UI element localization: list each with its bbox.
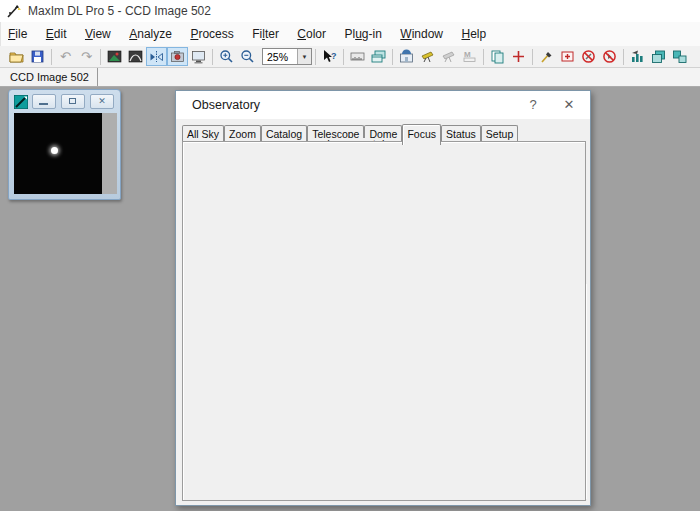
dialog-close-button[interactable]: ✕ [554, 91, 584, 119]
menu-analyze[interactable]: Analyze [122, 22, 179, 46]
zoom-in-icon [219, 49, 234, 64]
dialog-titlebar[interactable]: Observatory ? ✕ [176, 91, 590, 119]
flip-toggle-button[interactable] [146, 47, 167, 66]
duplicate-button[interactable] [487, 47, 508, 66]
tile-icon [672, 49, 687, 64]
camera-control-toggle-button[interactable] [167, 47, 188, 66]
telescope-gray-icon [441, 49, 456, 64]
guider-button[interactable] [438, 47, 459, 66]
tab-zoom[interactable]: Zoom [224, 125, 261, 142]
save-icon [30, 49, 45, 64]
copy-pages-icon [490, 49, 505, 64]
no-pen-icon [581, 49, 596, 64]
save-button[interactable] [27, 47, 48, 66]
stacked-windows-icon [371, 49, 386, 64]
star-image [51, 147, 58, 154]
monitor-icon [191, 49, 206, 64]
document-tab-bar: CCD Image 502 [0, 68, 700, 87]
minimize-button[interactable] [32, 94, 56, 109]
zoom-in-button[interactable] [216, 47, 237, 66]
pixel-edit-button[interactable] [536, 47, 557, 66]
close-icon: ✕ [91, 95, 113, 108]
no-pointer-button[interactable] [599, 47, 620, 66]
measure-gray-icon: M [462, 49, 477, 64]
defect-box-icon [560, 49, 575, 64]
menu-edit[interactable]: Edit [39, 22, 74, 46]
night-vision-button[interactable] [188, 47, 209, 66]
app-icon [6, 3, 22, 19]
ruler-window-icon [350, 49, 365, 64]
screen: { "icons": { "check": "✓", "up": "▲", "d… [0, 0, 700, 511]
flip-icon [149, 49, 164, 64]
menu-window[interactable]: Window [393, 22, 450, 46]
restore-button[interactable] [61, 94, 85, 109]
menu-process[interactable]: Process [183, 22, 240, 46]
tab-status[interactable]: Status [441, 125, 481, 142]
window-title: MaxIm DL Pro 5 - CCD Image 502 [28, 0, 211, 22]
ccd-image-canvas[interactable] [14, 113, 102, 194]
image-window-icon [14, 95, 28, 109]
image-window-padding [102, 113, 117, 194]
menu-view[interactable]: View [78, 22, 118, 46]
tab-all-sky[interactable]: All Sky [182, 125, 224, 142]
camera-icon [170, 49, 185, 64]
tab-setup[interactable]: Setup [481, 125, 518, 142]
undo-button[interactable]: ↶ [55, 47, 76, 66]
zoom-level-select[interactable]: 25% ▼ [262, 48, 312, 65]
observatory-icon [399, 49, 414, 64]
crosshair-button[interactable] [508, 47, 529, 66]
menu-help[interactable]: Help [454, 22, 493, 46]
app-titlebar[interactable]: MaxIm DL Pro 5 - CCD Image 502 [0, 0, 700, 22]
observatory-control-button[interactable] [396, 47, 417, 66]
histogram-icon [128, 49, 143, 64]
no-arrow-icon [602, 49, 617, 64]
tab-focus[interactable]: Focus [402, 124, 441, 145]
svg-text:?: ? [331, 51, 337, 61]
redo-button[interactable]: ↷ [76, 47, 97, 66]
crosshair-icon [511, 49, 526, 64]
combo-arrow-icon[interactable]: ▼ [297, 49, 311, 64]
screen-stretch-button[interactable] [104, 47, 125, 66]
telescope-icon [420, 49, 435, 64]
redo-icon: ↷ [81, 49, 92, 64]
menu-file[interactable]: File [1, 22, 34, 46]
observatory-dialog: Observatory ? ✕ All SkyZoomCatalogTelesc… [175, 90, 591, 506]
screen-stretch-icon [107, 49, 122, 64]
measure-button[interactable]: M [459, 47, 480, 66]
bar-chart-icon [630, 49, 645, 64]
defect-map-button[interactable] [557, 47, 578, 66]
dialog-help-button[interactable]: ? [518, 91, 548, 119]
image-window[interactable]: ✕ [8, 89, 121, 200]
cascade-icon [651, 49, 666, 64]
menu-bar: File Edit View Analyze Process Filter Co… [0, 22, 700, 46]
doc-tab-ccd-image[interactable]: CCD Image 502 [2, 68, 98, 86]
screen-stretch-window-button[interactable] [368, 47, 389, 66]
brush-icon [539, 49, 554, 64]
open-folder-icon [9, 49, 24, 64]
minimize-icon [39, 103, 48, 105]
dialog-title: Observatory [192, 91, 260, 119]
zoom-out-button[interactable] [237, 47, 258, 66]
menu-color[interactable]: Color [290, 22, 333, 46]
restore-icon [69, 98, 76, 104]
help-pointer-icon: ? [322, 49, 337, 64]
zoom-level-value: 25% [263, 51, 297, 63]
focus-tab-page [182, 141, 586, 501]
histogram-button[interactable] [125, 47, 146, 66]
tile-windows-button[interactable] [669, 47, 690, 66]
context-help-button[interactable]: ? [319, 47, 340, 66]
toolbar: ↶ ↷ 25% ▼ ? M [0, 46, 700, 68]
close-button[interactable]: ✕ [90, 94, 114, 109]
menu-plug-in[interactable]: Plug-in [337, 22, 388, 46]
telescope-button[interactable] [417, 47, 438, 66]
cascade-windows-button[interactable] [648, 47, 669, 66]
information-window-button[interactable] [347, 47, 368, 66]
zoom-out-icon [240, 49, 255, 64]
open-file-button[interactable] [6, 47, 27, 66]
graph-window-button[interactable] [627, 47, 648, 66]
no-annotation-button[interactable] [578, 47, 599, 66]
tab-catalog[interactable]: Catalog [261, 125, 307, 142]
undo-icon: ↶ [60, 49, 71, 64]
menu-filter[interactable]: Filter [245, 22, 286, 46]
